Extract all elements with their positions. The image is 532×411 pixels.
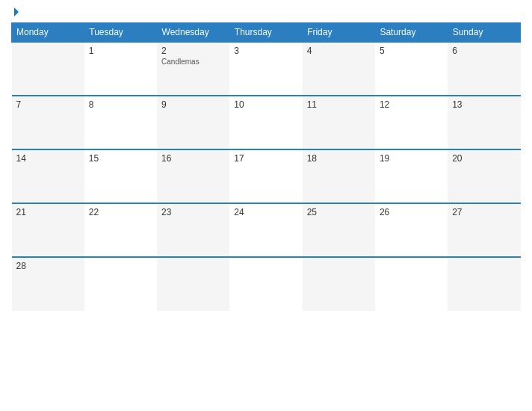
weekday-header-friday: Friday <box>303 23 375 43</box>
day-number: 28 <box>16 261 80 271</box>
calendar-day-cell: 22 <box>84 203 157 257</box>
day-number: 3 <box>234 46 297 56</box>
day-number: 7 <box>16 99 80 110</box>
day-number: 1 <box>89 46 152 56</box>
day-number: 13 <box>452 99 516 110</box>
weekday-header-monday: Monday <box>12 23 84 43</box>
calendar-day-cell: 26 <box>375 203 448 257</box>
day-number: 20 <box>452 153 516 164</box>
day-number: 22 <box>89 207 152 217</box>
calendar-header <box>11 7 521 16</box>
day-number: 17 <box>234 153 297 164</box>
day-number: 11 <box>307 99 371 110</box>
day-number: 12 <box>380 99 443 110</box>
calendar-day-cell: 2Candlemas <box>157 42 229 96</box>
calendar-day-cell <box>12 42 84 96</box>
logo-blue-container <box>11 7 19 16</box>
day-number: 19 <box>380 153 443 164</box>
calendar-day-cell: 24 <box>229 203 302 257</box>
calendar-day-cell: 27 <box>448 203 520 257</box>
calendar-day-cell: 13 <box>448 96 520 149</box>
calendar-day-cell: 9 <box>157 96 229 149</box>
day-number: 4 <box>307 46 371 56</box>
calendar-day-cell: 25 <box>303 203 375 257</box>
calendar-day-cell: 19 <box>375 149 448 203</box>
day-number: 9 <box>161 99 225 110</box>
calendar-day-cell <box>303 257 375 311</box>
calendar-day-cell: 23 <box>157 203 229 257</box>
calendar-day-cell: 10 <box>229 96 302 149</box>
calendar-week-row: 14151617181920 <box>12 149 521 203</box>
calendar-day-cell <box>84 257 157 311</box>
day-number: 23 <box>161 207 225 217</box>
calendar-day-cell <box>229 257 302 311</box>
calendar-day-cell: 17 <box>229 149 302 203</box>
day-number: 21 <box>16 207 80 217</box>
day-number: 16 <box>161 153 225 164</box>
day-number: 15 <box>89 153 152 164</box>
day-number: 25 <box>307 207 371 217</box>
calendar-day-cell: 28 <box>12 257 84 311</box>
day-number: 6 <box>452 46 516 56</box>
weekday-header-row: MondayTuesdayWednesdayThursdayFridaySatu… <box>12 23 521 43</box>
calendar-day-cell <box>375 257 448 311</box>
calendar-day-cell <box>448 257 520 311</box>
logo <box>11 7 19 16</box>
weekday-header-saturday: Saturday <box>375 23 448 43</box>
day-number: 18 <box>307 153 371 164</box>
calendar-wrapper: MondayTuesdayWednesdayThursdayFridaySatu… <box>0 0 532 411</box>
logo-triangle-icon <box>14 7 19 16</box>
weekday-header-wednesday: Wednesday <box>157 23 229 43</box>
calendar-day-cell: 21 <box>12 203 84 257</box>
calendar-day-cell: 7 <box>12 96 84 149</box>
calendar-week-row: 21222324252627 <box>12 203 521 257</box>
calendar-table: MondayTuesdayWednesdayThursdayFridaySatu… <box>11 22 521 311</box>
calendar-day-cell: 6 <box>448 42 520 96</box>
calendar-day-cell: 20 <box>448 149 520 203</box>
day-number: 14 <box>16 153 80 164</box>
calendar-week-row: 78910111213 <box>12 96 521 149</box>
day-number: 5 <box>380 46 443 56</box>
calendar-day-cell: 18 <box>303 149 375 203</box>
calendar-day-cell: 1 <box>84 42 157 96</box>
calendar-day-cell: 3 <box>229 42 302 96</box>
calendar-day-cell <box>157 257 229 311</box>
weekday-header-sunday: Sunday <box>448 23 520 43</box>
calendar-day-cell: 16 <box>157 149 229 203</box>
day-number: 27 <box>452 207 516 217</box>
day-number: 2 <box>161 46 225 56</box>
calendar-day-cell: 12 <box>375 96 448 149</box>
calendar-day-cell: 4 <box>303 42 375 96</box>
calendar-day-cell: 11 <box>303 96 375 149</box>
day-number: 10 <box>234 99 297 110</box>
calendar-day-cell: 8 <box>84 96 157 149</box>
weekday-header-tuesday: Tuesday <box>84 23 157 43</box>
calendar-day-cell: 5 <box>375 42 448 96</box>
day-number: 26 <box>380 207 443 217</box>
day-number: 8 <box>89 99 152 110</box>
weekday-header-thursday: Thursday <box>229 23 302 43</box>
calendar-day-cell: 15 <box>84 149 157 203</box>
calendar-day-cell: 14 <box>12 149 84 203</box>
calendar-week-row: 12Candlemas3456 <box>12 42 521 96</box>
day-event-label: Candlemas <box>161 58 225 66</box>
day-number: 24 <box>234 207 297 217</box>
calendar-week-row: 28 <box>12 257 521 311</box>
